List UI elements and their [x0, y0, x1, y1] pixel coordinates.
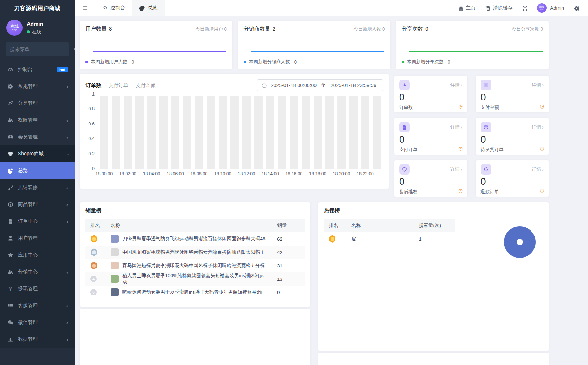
table-row[interactable]: 5嘻哈休闲运动套装男士夏季潮牌ins胖子大码青少年男装短裤短袖t恤9: [85, 286, 305, 299]
user-avatar: 商城 B2C: [537, 3, 547, 13]
detail-link[interactable]: 详情›: [450, 124, 462, 130]
sales-value: 62: [274, 232, 305, 246]
detail-link[interactable]: 详情›: [532, 82, 544, 88]
chevron-right-icon: ›: [542, 124, 544, 130]
product-name: 嘻哈休闲运动套装男士夏季潮牌ins胖子大码青少年男装短裤短袖t恤: [122, 289, 263, 295]
sidebar-item-console[interactable]: 控制台hot: [0, 61, 75, 78]
order-tab-2[interactable]: 支付金额: [136, 83, 155, 89]
order-chart-card: 订单数支付订单支付金额 2025-01-18 00:00:00 至 2025-0…: [80, 74, 389, 189]
order-tab-1[interactable]: 支付订单: [109, 83, 128, 89]
summary-label: 支付订单: [399, 146, 462, 153]
gear-icon: [8, 84, 13, 89]
sidebar-item-distribution[interactable]: 分销中心‹: [0, 263, 75, 280]
product-thumbnail: [111, 262, 119, 269]
user-menu[interactable]: 商城 B2C Admin: [537, 3, 564, 13]
order-bar: [337, 96, 346, 169]
sidebar-item-label: 数据管理: [18, 336, 62, 343]
chevron-left-icon: ‹: [66, 269, 68, 275]
detail-link[interactable]: 详情›: [450, 82, 462, 88]
bars-icon: [402, 82, 407, 88]
sidebar-item-auth[interactable]: 权限管理‹: [0, 112, 75, 129]
sidebar-item-orders[interactable]: 订单中心‹: [0, 213, 75, 230]
stat-card-0: 用户数量8今日新增用户 0本周新增用户人数0: [80, 21, 232, 69]
clock-badge-icon: ◷: [458, 146, 462, 151]
column-header: 销量: [274, 219, 305, 232]
sidebar-item-goods[interactable]: 商品管理‹: [0, 196, 75, 213]
tab-console[interactable]: 控制台: [95, 0, 132, 16]
sidebar-item-service[interactable]: 客服管理‹: [0, 297, 75, 314]
table-row[interactable]: 森马国潮短裤男夏季潮印花大码中国风裤子休闲嘻哈潮流宽松五分裤31: [85, 259, 305, 272]
order-tab-0[interactable]: 订单数: [85, 82, 101, 89]
settings-button[interactable]: [574, 6, 579, 11]
rank-cell: [85, 246, 108, 259]
table-row[interactable]: 4猫人男士睡衣男夏季100%纯棉薄款圆领套头短袖套装男ins潮休闲运动...13: [85, 272, 305, 286]
sidebar-item-overview[interactable]: 总览: [0, 162, 75, 179]
stat-sparkline: [251, 51, 385, 52]
detail-label: 详情: [450, 124, 460, 130]
chevron-down-icon: ‹: [65, 153, 70, 155]
order-bar: [124, 96, 132, 169]
detail-link[interactable]: 详情›: [450, 166, 462, 172]
stat-value: 8: [109, 26, 112, 32]
order-chart-tabs: 订单数支付订单支付金额: [85, 82, 155, 89]
sidebar-item-general[interactable]: 常规管理‹: [0, 78, 75, 95]
sidebar-item-shopro[interactable]: Shopro商城‹: [0, 145, 75, 162]
order-bar: [373, 96, 381, 169]
x-tick-label: 18 14:00: [262, 171, 279, 176]
gear-icon: [574, 6, 580, 11]
table-row[interactable]: 中国风龙图案棒球帽男潮牌休闲鸭舌帽女潮流百搭防晒遮阳太阳帽子42: [85, 246, 305, 259]
sales-value: 9: [274, 286, 305, 299]
sidebar-item-data[interactable]: 数据管理‹: [0, 331, 75, 348]
summary-value: 0: [399, 177, 462, 187]
user-icon: [8, 235, 13, 241]
chart-bars: [98, 94, 383, 169]
stat-today: 今日分享次数 0: [512, 26, 543, 32]
sidebar-item-decorate[interactable]: 店铺装修‹: [0, 179, 75, 196]
date-end-input[interactable]: 2025-01-18 23:59:59: [328, 83, 379, 88]
hot-search-title: 热搜榜: [324, 207, 455, 214]
clear-cache-button[interactable]: 清除缓存: [485, 5, 512, 11]
sales-rank-title: 销量榜: [85, 207, 305, 214]
stat-card-heading: 分销商数量2: [244, 26, 275, 32]
search-input[interactable]: [10, 46, 74, 52]
menu-toggle-button[interactable]: [75, 5, 95, 11]
expand-icon: [522, 6, 528, 11]
chevron-right-icon: ›: [542, 82, 544, 88]
table-row[interactable]: 刀锋男鞋夏季透气防臭飞织运动鞋男潮流百搭休闲网面跑步鞋大码4662: [85, 232, 305, 246]
sidebar-item-users[interactable]: 用户管理: [0, 230, 75, 247]
table-row[interactable]: 皮1: [324, 232, 455, 246]
detail-label: 详情: [532, 82, 541, 88]
name-cell-wrap: 嘻哈休闲运动套装男士夏季潮牌ins胖子大码青少年男装短裤短袖t恤: [108, 286, 274, 299]
sidebar-item-category[interactable]: 分类管理: [0, 95, 75, 112]
order-bar: [314, 96, 322, 169]
home-button[interactable]: 主页: [458, 5, 475, 11]
star-icon: [8, 252, 13, 258]
legend-label: 本周新增分销商人数: [249, 59, 290, 65]
navbar-actions: 主页 清除缓存 商城 B2C Admin: [458, 3, 588, 13]
chevron-right-icon: ›: [461, 124, 462, 130]
summary-value: 0: [481, 177, 544, 187]
summary-value: 0: [481, 135, 544, 145]
app-root: 刀客源码用户商城 商城 B2C Admin 在线 控制台hot常规管理‹分类管理…: [0, 0, 588, 365]
keyword-name: 皮: [349, 232, 416, 246]
user-name: Admin: [550, 5, 564, 11]
legend-label: 本周新增用户人数: [91, 59, 127, 65]
tab-overview[interactable]: 总览: [132, 0, 165, 16]
date-start-input[interactable]: 2025-01-18 00:00:00: [268, 83, 319, 88]
tab-label: 总览: [148, 5, 158, 11]
wechat-icon: [8, 320, 13, 325]
y-tick-label: 0.2: [89, 151, 95, 156]
detail-link[interactable]: 详情›: [532, 124, 544, 130]
sidebar-item-wechat[interactable]: 微信管理‹: [0, 314, 75, 331]
clock-badge-icon: ◷: [458, 188, 462, 193]
clock-icon: [261, 83, 267, 89]
order-bar-chart: 10.80.60.40.20 18 00:0018 02:0018 04:001…: [85, 94, 383, 177]
sidebar-profile[interactable]: 商城 B2C Admin 在线: [0, 17, 75, 41]
fullscreen-button[interactable]: [522, 6, 527, 11]
sidebar-item-member[interactable]: 会员管理‹: [0, 129, 75, 145]
sidebar-item-withdraw[interactable]: ¥提现管理: [0, 280, 75, 297]
date-range-picker[interactable]: 2025-01-18 00:00:00 至 2025-01-18 23:59:5…: [257, 79, 383, 91]
sales-rank-card: 销量榜 排名名称销量 刀锋男鞋夏季透气防臭飞织运动鞋男潮流百搭休闲网面跑步鞋大码…: [80, 202, 310, 307]
detail-link[interactable]: 详情›: [532, 166, 544, 172]
sidebar-item-apps[interactable]: 应用中心: [0, 247, 75, 263]
